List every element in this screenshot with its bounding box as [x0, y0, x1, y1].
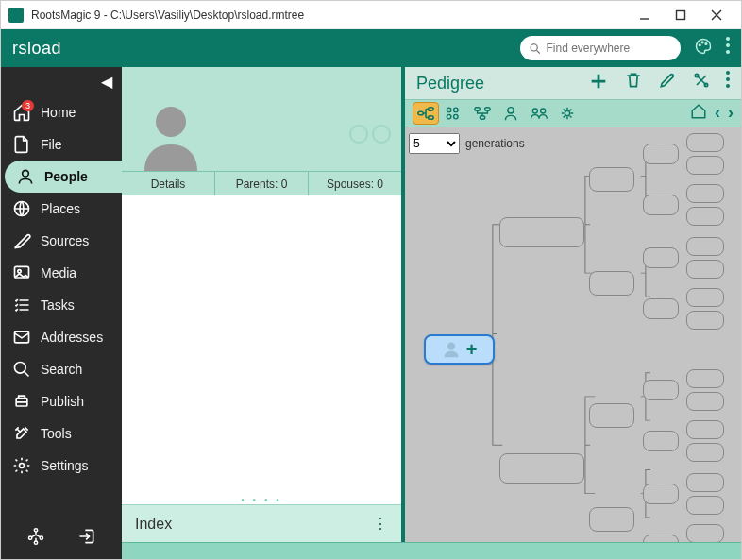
sidebar-item-home[interactable]: 3 Home [1, 96, 122, 128]
pedigree-node[interactable] [589, 167, 634, 192]
palette-icon[interactable] [694, 37, 713, 59]
pedigree-title: Pedigree [416, 74, 484, 93]
nav-forward-button[interactable]: › [728, 103, 734, 125]
pedigree-node[interactable] [643, 298, 679, 319]
svg-point-4 [531, 43, 537, 50]
sidebar-item-publish[interactable]: Publish [1, 385, 122, 417]
svg-point-44 [532, 109, 537, 113]
pedigree-node[interactable] [499, 217, 584, 247]
sidebar-item-places[interactable]: Places [1, 193, 122, 225]
sidebar-item-sources[interactable]: Sources [1, 225, 122, 257]
pedigree-nav: ‹ › [690, 103, 734, 125]
view-couple-button[interactable] [526, 102, 552, 125]
splitter-horizontal[interactable]: • • • • [122, 495, 401, 504]
delete-button[interactable] [624, 71, 643, 95]
view-websearch-button[interactable] [554, 102, 581, 125]
pedigree-node[interactable] [686, 392, 724, 411]
sidebar-item-label: Publish [41, 394, 84, 409]
svg-rect-35 [429, 116, 433, 120]
tab-spouses[interactable]: Spouses: 0 [309, 172, 401, 195]
nav-back-button[interactable]: ‹ [715, 103, 720, 125]
pedigree-node[interactable] [686, 133, 724, 152]
sidebar-item-addresses[interactable]: Addresses [1, 321, 122, 353]
places-icon [12, 199, 31, 218]
maximize-button[interactable] [671, 6, 690, 25]
pedigree-node[interactable] [643, 144, 679, 164]
person-header [122, 67, 401, 171]
pedigree-node[interactable] [686, 524, 724, 542]
tree-icon[interactable] [26, 527, 45, 550]
pedigree-node[interactable] [643, 380, 679, 400]
nav-home-button[interactable] [690, 103, 707, 125]
svg-point-21 [34, 529, 37, 532]
person-pane: Details Parents: 0 Spouses: 0 • • • • In… [122, 67, 405, 542]
pedigree-node[interactable] [686, 207, 724, 226]
view-pedigree-button[interactable] [413, 102, 439, 125]
minimize-button[interactable] [635, 6, 654, 25]
svg-line-5 [537, 50, 540, 53]
sidebar-item-tools[interactable]: Tools [1, 417, 122, 450]
sidebar-item-file[interactable]: File [1, 128, 122, 161]
statusbar [122, 542, 741, 559]
pedigree-node[interactable] [589, 507, 634, 532]
content: ◀ 3 Home File People Places Sources [1, 67, 741, 559]
tab-parents[interactable]: Parents: 0 [215, 172, 309, 195]
main-menu-icon[interactable] [726, 37, 730, 59]
svg-point-15 [18, 270, 21, 273]
pedigree-node[interactable] [643, 195, 679, 215]
sidebar-item-label: File [41, 137, 62, 152]
pedigree-node[interactable] [686, 184, 724, 203]
pedigree-node[interactable] [686, 260, 724, 279]
tools-button[interactable] [692, 71, 711, 95]
index-menu-icon[interactable]: ⋮ [373, 515, 388, 533]
search-box[interactable] [520, 36, 681, 60]
sidebar-item-media[interactable]: Media [1, 257, 122, 289]
pedigree-node[interactable] [643, 431, 679, 451]
sidebar: ◀ 3 Home File People Places Sources [1, 67, 122, 559]
pedigree-node[interactable] [499, 453, 584, 484]
pedigree-node[interactable] [686, 288, 724, 307]
sidebar-item-settings[interactable]: Settings [1, 450, 122, 482]
pedigree-node[interactable] [686, 237, 724, 256]
sidebar-item-label: Places [41, 201, 80, 216]
view-descendants-button[interactable] [469, 102, 496, 125]
pedigree-node[interactable] [686, 443, 724, 462]
pedigree-node[interactable] [686, 420, 724, 439]
login-icon[interactable] [77, 527, 96, 550]
pedigree-node[interactable] [643, 535, 679, 542]
brand-label: rsload [12, 39, 61, 59]
pedigree-node[interactable] [589, 271, 634, 296]
svg-point-9 [726, 37, 730, 41]
pedigree-node[interactable] [643, 484, 679, 504]
svg-point-38 [447, 114, 451, 119]
pedigree-canvas[interactable]: 5 generations [405, 127, 741, 542]
edit-button[interactable] [658, 71, 677, 95]
sidebar-item-people[interactable]: People [5, 161, 122, 193]
sidebar-collapse-button[interactable]: ◀ [1, 67, 122, 96]
pedigree-node[interactable] [686, 311, 724, 330]
pedigree-actions [588, 71, 730, 95]
pedigree-node[interactable] [686, 156, 724, 175]
toolbar-right [694, 37, 730, 59]
view-person-button[interactable] [497, 102, 524, 125]
add-focus-plus-icon: + [466, 339, 478, 361]
sidebar-item-search[interactable]: Search [1, 353, 122, 385]
main-body: Details Parents: 0 Spouses: 0 • • • • In… [122, 67, 741, 542]
pedigree-node[interactable] [589, 403, 634, 428]
sidebar-item-tasks[interactable]: Tasks [1, 289, 122, 321]
svg-rect-42 [480, 116, 484, 120]
tab-details[interactable]: Details [122, 172, 215, 195]
search-input[interactable] [546, 42, 671, 55]
sidebar-item-label: Search [41, 362, 82, 377]
pedigree-node[interactable] [686, 369, 724, 388]
sidebar-item-label: Settings [41, 458, 89, 473]
pedigree-node[interactable] [686, 473, 724, 492]
pedigree-node[interactable] [643, 247, 679, 268]
pedigree-node[interactable] [686, 496, 724, 515]
pedigree-focus-node[interactable]: + [424, 334, 495, 365]
pedigree-menu-icon[interactable] [726, 71, 730, 95]
svg-point-30 [726, 71, 730, 75]
add-person-button[interactable] [588, 71, 609, 95]
view-family-button[interactable] [441, 102, 467, 125]
close-button[interactable] [707, 6, 726, 25]
